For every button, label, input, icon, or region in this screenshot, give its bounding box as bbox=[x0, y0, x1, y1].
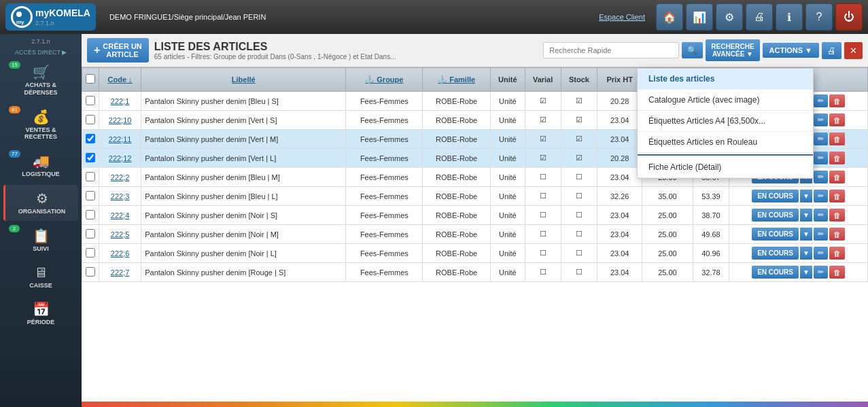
header-libelle[interactable]: Libellé bbox=[141, 68, 346, 92]
sidebar-item-periode[interactable]: 📅 PÉRIODE bbox=[3, 296, 78, 332]
header-groupe[interactable]: ⚓ Groupe bbox=[346, 68, 423, 92]
edit-btn-3[interactable]: ✏ bbox=[814, 152, 828, 164]
edit-btn-5[interactable]: ✏ bbox=[814, 190, 828, 202]
delete-btn-1[interactable]: 🗑 bbox=[829, 113, 845, 126]
status-dd-btn-5[interactable]: ▼ bbox=[800, 190, 812, 202]
nav-help-btn[interactable]: ? bbox=[805, 3, 833, 31]
edit-btn-0[interactable]: ✏ bbox=[814, 94, 828, 107]
row-checkbox-2[interactable] bbox=[86, 134, 95, 143]
dropdown-item-fiche-detail[interactable]: Fiche Article (Détail) bbox=[638, 157, 813, 178]
close-icon-btn[interactable]: ✕ bbox=[844, 42, 863, 59]
delete-btn-6[interactable]: 🗑 bbox=[829, 209, 845, 222]
row-checkbox-0[interactable] bbox=[86, 96, 95, 105]
edit-btn-1[interactable]: ✏ bbox=[814, 113, 828, 126]
header-famille[interactable]: ⚓ Famille bbox=[423, 68, 491, 92]
sort-libelle[interactable]: Libellé bbox=[232, 75, 256, 84]
code-link-0[interactable]: 222;1 bbox=[111, 97, 130, 105]
row-checkbox-1[interactable] bbox=[86, 115, 95, 124]
achats-icon: 🛒 bbox=[33, 64, 50, 80]
row-checkbox-9[interactable] bbox=[86, 267, 95, 277]
edit-btn-6[interactable]: ✏ bbox=[814, 209, 828, 222]
edit-btn-4[interactable]: ✏ bbox=[814, 171, 828, 183]
edit-btn-9[interactable]: ✏ bbox=[814, 266, 828, 279]
sidebar-item-logistique[interactable]: 77 🚚 LOGISTIQUE bbox=[3, 147, 78, 183]
delete-btn-9[interactable]: 🗑 bbox=[829, 266, 845, 279]
actions-arrow: ▼ bbox=[805, 46, 812, 54]
code-link-6[interactable]: 222;4 bbox=[111, 211, 130, 219]
row-varial: ☑ bbox=[525, 149, 561, 168]
create-article-button[interactable]: + CRÉER UNARTICLE bbox=[87, 38, 149, 63]
status-btn-6[interactable]: EN COURS bbox=[752, 209, 799, 222]
code-link-2[interactable]: 222;11 bbox=[109, 135, 132, 143]
print-icon-btn[interactable]: 🖨 bbox=[822, 42, 841, 59]
header-code[interactable]: Code ↓ bbox=[99, 68, 141, 92]
delete-btn-0[interactable]: 🗑 bbox=[829, 94, 845, 107]
sidebar-item-achats[interactable]: 15 🛒 ACHATS &DÉPENSES bbox=[3, 58, 78, 102]
badge-suivi: 2 bbox=[9, 225, 20, 232]
espace-client-link[interactable]: Espace Client bbox=[599, 13, 645, 21]
row-label: Pantalon Skinny pusher denim [Vert | S] bbox=[141, 111, 346, 130]
edit-btn-8[interactable]: ✏ bbox=[814, 247, 828, 260]
nav-printer-btn[interactable]: 🖨 bbox=[746, 3, 773, 31]
search-button[interactable]: 🔍 bbox=[682, 42, 703, 58]
code-link-3[interactable]: 222;12 bbox=[109, 154, 132, 162]
delete-btn-8[interactable]: 🗑 bbox=[829, 247, 845, 260]
nav-home-btn[interactable]: 🏠 bbox=[656, 3, 683, 31]
row-checkbox-5[interactable] bbox=[86, 191, 95, 200]
nav-quit-btn[interactable]: ⏻ bbox=[835, 3, 863, 31]
nav-chart-btn[interactable]: 📊 bbox=[686, 3, 713, 31]
nav-settings-btn[interactable]: ⚙ bbox=[716, 3, 743, 31]
row-checkbox-6[interactable] bbox=[86, 210, 95, 219]
row-checkbox-8[interactable] bbox=[86, 248, 95, 258]
status-dd-btn-9[interactable]: ▼ bbox=[800, 266, 812, 279]
recherche-avancee-button[interactable]: RECHERCHEAVANCÉE ▼ bbox=[706, 39, 759, 61]
status-dd-btn-6[interactable]: ▼ bbox=[800, 209, 812, 222]
sidebar-item-suivi[interactable]: 2 📋 SUIVI bbox=[3, 222, 78, 258]
footer-color-bar bbox=[82, 402, 868, 407]
status-dd-btn-7[interactable]: ▼ bbox=[800, 228, 812, 241]
dropdown-item-catalogue[interactable]: Catalogue Article (avec image) bbox=[638, 90, 813, 111]
sidebar-item-caisse[interactable]: 🖥 CAISSE bbox=[3, 260, 78, 295]
select-all-checkbox[interactable] bbox=[86, 74, 95, 84]
code-link-7[interactable]: 222;5 bbox=[111, 230, 130, 238]
search-input[interactable] bbox=[543, 42, 679, 58]
status-btn-7[interactable]: EN COURS bbox=[752, 228, 799, 241]
delete-btn-3[interactable]: 🗑 bbox=[829, 152, 845, 164]
row-checkbox-cell bbox=[82, 225, 99, 244]
edit-btn-7[interactable]: ✏ bbox=[814, 228, 828, 241]
status-dd-btn-8[interactable]: ▼ bbox=[800, 247, 812, 260]
sort-code[interactable]: Code ↓ bbox=[108, 75, 133, 84]
dropdown-item-liste[interactable]: Liste des articles bbox=[638, 69, 813, 90]
row-checkbox-3[interactable] bbox=[86, 153, 95, 162]
code-link-1[interactable]: 222;10 bbox=[109, 116, 132, 124]
status-btn-9[interactable]: EN COURS bbox=[752, 266, 799, 279]
acces-direct-btn[interactable]: ACCÈS DIRECT ▶ bbox=[11, 48, 71, 57]
sort-famille[interactable]: ⚓ Famille bbox=[438, 75, 475, 84]
delete-btn-4[interactable]: 🗑 bbox=[829, 171, 845, 183]
dropdown-item-etiquettes-a4[interactable]: Étiquettes Articles A4 [63,500x... bbox=[638, 111, 813, 132]
code-link-4[interactable]: 222;2 bbox=[111, 173, 130, 181]
row-checkbox-7[interactable] bbox=[86, 229, 95, 238]
sidebar-item-ventes[interactable]: 81 💰 VENTES &RECETTES bbox=[3, 103, 78, 147]
code-link-5[interactable]: 222;3 bbox=[111, 192, 130, 200]
sort-groupe[interactable]: ⚓ Groupe bbox=[365, 75, 403, 84]
nav-info-btn[interactable]: ℹ bbox=[776, 3, 803, 31]
header-checkbox-cell bbox=[82, 68, 99, 92]
status-btn-5[interactable]: EN COURS bbox=[752, 190, 799, 202]
edit-btn-2[interactable]: ✏ bbox=[814, 132, 828, 145]
delete-btn-5[interactable]: 🗑 bbox=[829, 190, 845, 202]
dropdown-item-etiquettes-rouleau[interactable]: Étiquettes Articles en Rouleau bbox=[638, 132, 813, 153]
status-btn-8[interactable]: EN COURS bbox=[752, 247, 799, 260]
create-label: CRÉER UNARTICLE bbox=[103, 42, 141, 58]
delete-btn-7[interactable]: 🗑 bbox=[829, 228, 845, 241]
row-checkbox-4[interactable] bbox=[86, 172, 95, 181]
code-link-9[interactable]: 222;7 bbox=[111, 268, 130, 277]
logistique-label: LOGISTIQUE bbox=[22, 171, 60, 178]
code-link-8[interactable]: 222;6 bbox=[111, 249, 130, 258]
actions-dropdown-menu: Liste des articles Catalogue Article (av… bbox=[637, 68, 814, 179]
delete-btn-2[interactable]: 🗑 bbox=[829, 132, 845, 145]
actions-button[interactable]: ACTIONS ▼ bbox=[763, 43, 819, 58]
row-stock: ☐ bbox=[561, 263, 597, 282]
sidebar-item-organisation[interactable]: ⚙ ORGANISATION bbox=[3, 185, 78, 221]
table-row: 222;4 Pantalon Skinny pusher denim [Noir… bbox=[82, 206, 868, 225]
